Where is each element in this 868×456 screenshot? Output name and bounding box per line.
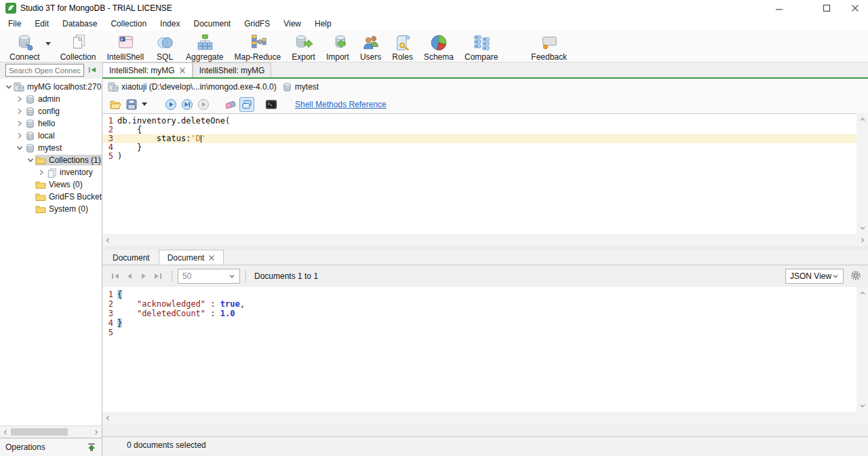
- documents-selected-label: 0 documents selected: [127, 440, 206, 450]
- roles-button[interactable]: Roles: [390, 33, 415, 62]
- page-size-select[interactable]: 50: [178, 269, 240, 284]
- toggle-result-panel-button[interactable]: [239, 97, 254, 112]
- shell-toolbar: Shell Methods Reference: [102, 95, 868, 113]
- previous-page-button[interactable]: [123, 270, 136, 282]
- connect-dropdown-caret[interactable]: [45, 42, 51, 45]
- sidebar-horizontal-scrollbar[interactable]: [0, 425, 102, 438]
- chevron-right-icon[interactable]: [16, 95, 24, 103]
- view-settings-button[interactable]: [850, 270, 861, 281]
- feedback-button[interactable]: Feedback: [529, 33, 569, 62]
- result-status-bar: 0 documents selected: [102, 436, 868, 453]
- first-page-button[interactable]: [109, 270, 121, 282]
- intellishell-button[interactable]: IntelliShell: [104, 33, 146, 62]
- menu-index[interactable]: Index: [153, 18, 186, 30]
- save-script-button[interactable]: [124, 97, 139, 112]
- minimize-button[interactable]: [768, 0, 791, 16]
- scroll-up-icon[interactable]: [859, 290, 866, 297]
- tree-item-inventory[interactable]: inventory: [0, 166, 102, 178]
- chevron-right-icon[interactable]: [16, 107, 24, 115]
- tree-item-server[interactable]: myMG localhost:27017: [0, 81, 102, 93]
- export-button[interactable]: Export: [290, 33, 317, 62]
- compare-button[interactable]: Compare: [462, 33, 500, 62]
- tree-item-views[interactable]: Views (0): [0, 178, 102, 191]
- import-button[interactable]: Import: [324, 33, 351, 62]
- collapse-panel-icon[interactable]: [87, 65, 97, 75]
- operations-panel-header[interactable]: Operations: [0, 438, 102, 456]
- tab-intellishell-2[interactable]: IntelliShell: myMG: [193, 62, 272, 77]
- users-button[interactable]: Users: [358, 33, 383, 62]
- connection-tree-panel: myMG localhost:27017 admin config hello …: [0, 79, 102, 456]
- clear-output-button[interactable]: [223, 97, 238, 112]
- menu-document[interactable]: Document: [186, 18, 237, 30]
- tree-item-collections[interactable]: Collections (1): [0, 154, 102, 166]
- scroll-left-icon[interactable]: [104, 237, 111, 244]
- schema-button[interactable]: Schema: [422, 33, 456, 62]
- maximize-button[interactable]: [815, 0, 838, 16]
- tab-close-icon[interactable]: [179, 67, 186, 74]
- scroll-right-icon[interactable]: [859, 237, 866, 244]
- tab-intellishell-1[interactable]: IntelliShell: myMG: [102, 62, 193, 77]
- view-mode-select[interactable]: JSON View: [785, 269, 844, 284]
- tree-item-gridfs-buckets[interactable]: GridFS Buckets: [0, 191, 102, 203]
- tree-item-admin[interactable]: admin: [0, 93, 102, 105]
- menu-file[interactable]: File: [1, 18, 28, 30]
- open-terminal-button[interactable]: [264, 97, 279, 112]
- editor-line: 2 {: [102, 126, 868, 134]
- chevron-down-icon[interactable]: [26, 156, 35, 164]
- menu-view[interactable]: View: [277, 18, 308, 30]
- editor-horizontal-scrollbar[interactable]: [102, 234, 868, 246]
- aggregate-button[interactable]: Aggregate: [184, 33, 225, 62]
- scrollbar-thumb[interactable]: [11, 428, 68, 436]
- tree-item-local[interactable]: local: [0, 130, 102, 142]
- tab-row: IntelliShell: myMG IntelliShell: myMG: [0, 62, 868, 79]
- menu-edit[interactable]: Edit: [28, 18, 56, 30]
- run-to-cursor-button[interactable]: [180, 97, 195, 112]
- tab-document-2[interactable]: Document: [159, 250, 224, 265]
- chevron-down-icon[interactable]: [5, 83, 13, 91]
- search-connections-input[interactable]: [5, 64, 84, 77]
- editor-vertical-scrollbar[interactable]: [856, 113, 868, 234]
- sql-button[interactable]: SQL: [153, 33, 177, 62]
- run-button[interactable]: [163, 97, 178, 112]
- chevron-down-icon[interactable]: [16, 144, 24, 152]
- scroll-down-icon[interactable]: [859, 402, 866, 409]
- json-horizontal-scrollbar[interactable]: [102, 412, 868, 424]
- collection-button[interactable]: Collection: [58, 33, 98, 62]
- connect-button[interactable]: Connect: [7, 33, 42, 62]
- tab-close-icon[interactable]: [208, 254, 215, 261]
- next-page-button[interactable]: [138, 270, 150, 282]
- json-line: 3 "deletedCount" : 1.0: [102, 309, 868, 318]
- collection-icon: [68, 33, 88, 52]
- menu-collection[interactable]: Collection: [104, 18, 153, 30]
- json-line: 5: [102, 328, 868, 337]
- json-vertical-scrollbar[interactable]: [856, 287, 868, 412]
- menu-database[interactable]: Database: [56, 18, 104, 30]
- tree-item-config[interactable]: config: [0, 105, 102, 117]
- scroll-up-icon[interactable]: [859, 116, 866, 123]
- save-dropdown-caret[interactable]: [142, 102, 147, 106]
- scroll-left-icon[interactable]: [2, 429, 9, 436]
- chevron-right-icon[interactable]: [37, 168, 45, 176]
- scroll-right-icon[interactable]: [93, 429, 100, 436]
- json-result-viewer[interactable]: 1 { 2 "acknowledged" : true, 3 "deletedC…: [102, 287, 868, 412]
- menu-help[interactable]: Help: [308, 18, 338, 30]
- scroll-down-icon[interactable]: [859, 225, 866, 231]
- map-reduce-button[interactable]: Map-Reduce: [233, 33, 283, 62]
- terminal-icon: [265, 98, 277, 111]
- chevron-right-icon[interactable]: [16, 119, 24, 128]
- run-selection-button[interactable]: [196, 97, 211, 112]
- chevron-right-icon[interactable]: [16, 132, 24, 140]
- shell-code-editor[interactable]: 1 db.inventory.deleteOne( 2 { 3 status:'…: [102, 113, 868, 234]
- shell-methods-reference-link[interactable]: Shell Methods Reference: [295, 100, 387, 109]
- line-number: 5: [102, 152, 117, 161]
- close-button[interactable]: [844, 0, 867, 16]
- tab-document-1[interactable]: Document: [104, 250, 159, 265]
- tree-item-mytest[interactable]: mytest: [0, 142, 102, 154]
- menu-gridfs[interactable]: GridFS: [237, 18, 277, 30]
- scroll-left-icon[interactable]: [104, 415, 111, 421]
- tree-item-system[interactable]: System (0): [0, 203, 102, 215]
- tree-item-hello[interactable]: hello: [0, 117, 102, 130]
- restore-panel-icon[interactable]: [87, 442, 96, 452]
- open-script-button[interactable]: [108, 97, 123, 112]
- last-page-button[interactable]: [152, 270, 164, 282]
